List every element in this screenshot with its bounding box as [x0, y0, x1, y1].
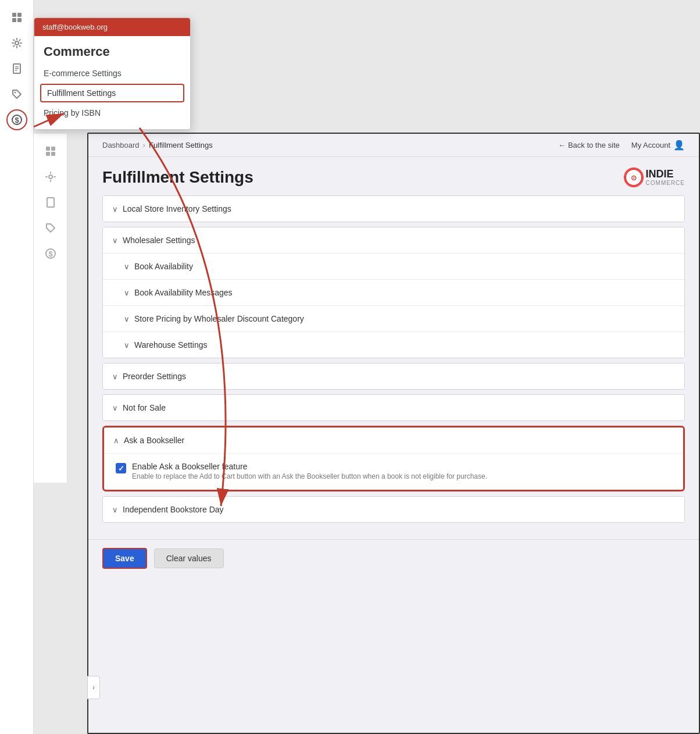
back-to-site-label: Back to the site: [568, 141, 620, 149]
top-bar: Dashboard › Fulfillment Settings ← Back …: [88, 134, 699, 157]
local-store-chevron: ∨: [112, 205, 118, 213]
second-sidebar-tag[interactable]: [40, 218, 61, 238]
book-avail-label: Book Availability: [134, 262, 193, 271]
logo-indie-text: INDIE: [646, 169, 685, 180]
icon-sidebar: $: [0, 0, 34, 734]
sidebar-icon-tag[interactable]: [6, 84, 27, 105]
ask-bookseller-section: ∧ Ask a Bookseller Enable Ask a Booksell…: [102, 426, 685, 491]
book-avail-msg-label: Book Availability Messages: [134, 288, 233, 297]
indie-bookstore-day-row[interactable]: ∨ Independent Bookstore Day: [103, 497, 684, 522]
enable-ask-bookseller-row: Enable Ask a Bookseller feature Enable t…: [116, 462, 672, 480]
svg-text:$: $: [48, 250, 53, 258]
sidebar-icon-grid[interactable]: [6, 7, 27, 28]
local-store-row[interactable]: ∨ Local Store Inventory Settings: [103, 196, 684, 222]
indie-commerce-logo: ⊙ INDIE COMMERCE: [624, 168, 685, 187]
warehouse-chevron: ∨: [124, 341, 130, 350]
page-header: Fulfillment Settings ⊙ INDIE COMMERCE: [88, 157, 699, 195]
checkbox-main-label: Enable Ask a Bookseller feature: [132, 462, 487, 471]
my-account-link[interactable]: My Account 👤: [631, 140, 685, 151]
flyout-item-ecommerce[interactable]: E-commerce Settings: [34, 64, 190, 83]
logo-commerce-text: COMMERCE: [646, 180, 685, 186]
flyout-item-pricing-isbn[interactable]: Pricing by ISBN: [34, 104, 190, 122]
commerce-flyout: staff@bookweb.org Commerce E-commerce Se…: [34, 17, 191, 130]
not-for-sale-section: ∨ Not for Sale: [102, 394, 685, 421]
logo-icon: ⊙: [624, 168, 644, 187]
account-icon: 👤: [673, 140, 685, 151]
flyout-title: Commerce: [34, 36, 190, 64]
sidebar-icon-dollar[interactable]: $: [6, 109, 27, 130]
book-availability-messages-row[interactable]: ∨ Book Availability Messages: [103, 280, 684, 306]
ask-bookseller-row[interactable]: ∧ Ask a Bookseller: [104, 427, 683, 454]
flyout-item-fulfillment[interactable]: Fulfillment Settings: [40, 84, 184, 102]
preorder-label: Preorder Settings: [123, 372, 186, 381]
second-sidebar: $: [34, 134, 67, 483]
flyout-header: staff@bookweb.org: [34, 18, 190, 36]
breadcrumb-current: Fulfillment Settings: [149, 141, 213, 149]
breadcrumb-home[interactable]: Dashboard: [102, 141, 140, 149]
not-for-sale-chevron: ∨: [112, 404, 118, 412]
not-for-sale-row[interactable]: ∨ Not for Sale: [103, 395, 684, 421]
main-content: Dashboard › Fulfillment Settings ← Back …: [87, 133, 700, 734]
second-sidebar-dollar[interactable]: $: [40, 243, 61, 264]
logo-text-group: INDIE COMMERCE: [646, 169, 685, 187]
warehouse-label: Warehouse Settings: [134, 340, 208, 350]
flyout-user-email: staff@bookweb.org: [42, 23, 108, 31]
back-arrow-icon: ←: [558, 141, 566, 149]
save-button[interactable]: Save: [102, 548, 147, 569]
clear-values-button[interactable]: Clear values: [154, 548, 224, 568]
wholesaler-chevron: ∨: [112, 236, 118, 245]
account-label: My Account: [631, 141, 670, 149]
indie-bookstore-day-section: ∨ Independent Bookstore Day: [102, 496, 685, 523]
local-store-section: ∨ Local Store Inventory Settings: [102, 195, 685, 222]
store-pricing-row[interactable]: ∨ Store Pricing by Wholesaler Discount C…: [103, 306, 684, 332]
warehouse-settings-row[interactable]: ∨ Warehouse Settings: [103, 332, 684, 358]
breadcrumb: Dashboard › Fulfillment Settings: [102, 141, 213, 149]
svg-rect-2: [12, 18, 16, 22]
back-to-site-link[interactable]: ← Back to the site: [558, 141, 620, 149]
ask-bookseller-content: Enable Ask a Bookseller feature Enable t…: [104, 454, 683, 490]
book-avail-msg-chevron: ∨: [124, 288, 130, 297]
svg-point-4: [15, 41, 19, 45]
svg-rect-13: [51, 147, 55, 151]
local-store-label: Local Store Inventory Settings: [123, 204, 231, 213]
svg-rect-17: [47, 198, 54, 207]
svg-text:⊙: ⊙: [631, 174, 637, 182]
breadcrumb-sep: ›: [143, 141, 145, 149]
sidebar-icon-gear[interactable]: [6, 33, 27, 54]
checkbox-description: Enable to replace the Add to Cart button…: [132, 472, 487, 480]
sidebar-collapse-button[interactable]: ›: [87, 676, 100, 699]
svg-point-16: [49, 175, 52, 179]
indie-bookstore-label: Independent Bookstore Day: [123, 505, 224, 514]
book-avail-chevron: ∨: [124, 262, 130, 271]
enable-ask-bookseller-checkbox[interactable]: [116, 463, 126, 473]
svg-text:$: $: [15, 116, 19, 124]
sidebar-icon-document[interactable]: [6, 58, 27, 79]
wholesaler-row[interactable]: ∨ Wholesaler Settings: [103, 227, 684, 254]
svg-rect-0: [12, 13, 16, 17]
wholesaler-section: ∨ Wholesaler Settings ∨ Book Availabilit…: [102, 227, 685, 358]
top-bar-right: ← Back to the site My Account 👤: [558, 140, 685, 151]
svg-rect-3: [17, 18, 22, 22]
ask-bookseller-chevron: ∧: [113, 436, 119, 445]
footer-bar: Save Clear values: [88, 539, 699, 577]
preorder-row[interactable]: ∨ Preorder Settings: [103, 364, 684, 389]
svg-point-9: [14, 92, 16, 94]
svg-rect-12: [46, 147, 50, 151]
store-pricing-label: Store Pricing by Wholesaler Discount Cat…: [134, 314, 304, 323]
wholesaler-label: Wholesaler Settings: [123, 236, 195, 245]
preorder-section: ∨ Preorder Settings: [102, 363, 685, 390]
settings-container: ∨ Local Store Inventory Settings ∨ Whole…: [88, 195, 699, 539]
checkbox-labels: Enable Ask a Bookseller feature Enable t…: [132, 462, 487, 480]
svg-rect-14: [46, 152, 50, 156]
store-pricing-chevron: ∨: [124, 315, 130, 323]
svg-rect-1: [17, 13, 22, 17]
ask-bookseller-label: Ask a Bookseller: [124, 436, 184, 445]
second-sidebar-gear[interactable]: [40, 166, 61, 187]
page-title: Fulfillment Settings: [102, 168, 253, 187]
indie-bookstore-chevron: ∨: [112, 505, 118, 514]
second-sidebar-grid[interactable]: [40, 141, 61, 162]
preorder-chevron: ∨: [112, 372, 118, 381]
second-sidebar-doc[interactable]: [40, 192, 61, 213]
book-availability-row[interactable]: ∨ Book Availability: [103, 254, 684, 280]
not-for-sale-label: Not for Sale: [123, 403, 166, 412]
